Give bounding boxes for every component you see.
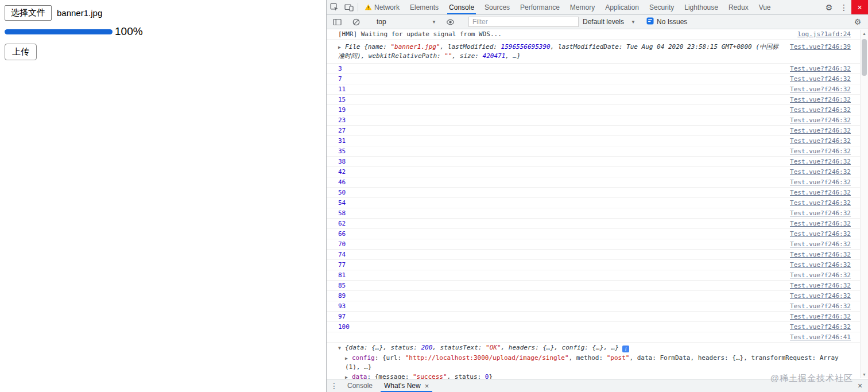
- console-message: 66: [338, 230, 851, 238]
- drawer-tab-what-s-new[interactable]: What's New×: [378, 379, 435, 392]
- expand-arrow-icon[interactable]: ▶: [345, 373, 352, 379]
- console-message: 70: [338, 240, 851, 249]
- tab-performance[interactable]: Performance: [515, 0, 565, 14]
- console-message: 100: [338, 323, 851, 331]
- console-source-link[interactable]: Test.vue?f246:32: [790, 126, 851, 135]
- console-source-link[interactable]: Test.vue?f246:32: [790, 230, 851, 238]
- tab-vue[interactable]: Vue: [754, 0, 776, 14]
- drawer-menu-icon[interactable]: ⋮: [327, 379, 342, 392]
- console-row-progress: Test.vue?f246:3277: [327, 260, 868, 270]
- inspect-element-icon[interactable]: [327, 0, 342, 14]
- scroll-down-icon[interactable]: ▼: [861, 371, 868, 378]
- console-text: 420471: [483, 52, 506, 60]
- console-message: 74: [338, 250, 851, 259]
- tab-network[interactable]: Network: [359, 0, 405, 14]
- console-source-link[interactable]: Test.vue?f246:32: [790, 106, 851, 114]
- more-options-icon[interactable]: ⋮: [836, 0, 851, 14]
- console-source-link[interactable]: Test.vue?f246:32: [790, 323, 851, 331]
- console-source-link[interactable]: Test.vue?f246:32: [790, 116, 851, 125]
- filter-input[interactable]: [468, 17, 579, 27]
- console-row-progress: Test.vue?f246:3258: [327, 208, 868, 219]
- console-source-link[interactable]: Test.vue?f246:32: [790, 75, 851, 83]
- expand-arrow-icon[interactable]: ▶: [345, 354, 352, 363]
- clear-console-icon[interactable]: [348, 18, 363, 26]
- console-source-link[interactable]: Test.vue?f246:32: [790, 292, 851, 300]
- console-message: 93: [338, 302, 851, 311]
- console-row-progress: Test.vue?f246:3227: [327, 126, 868, 136]
- console-source-link[interactable]: Test.vue?f246:32: [790, 178, 851, 187]
- console-text: 23: [338, 117, 346, 124]
- close-tab-icon[interactable]: ×: [425, 382, 429, 390]
- console-text: : {url:: [375, 354, 405, 362]
- console-text: 31: [338, 137, 346, 145]
- console-settings-gear-icon[interactable]: ⚙: [850, 17, 865, 26]
- console-text: 54: [338, 199, 346, 207]
- console-source-link[interactable]: Test.vue?f246:32: [790, 95, 851, 104]
- console-message: 85: [338, 281, 851, 290]
- tab-lighthouse[interactable]: Lighthouse: [679, 0, 723, 14]
- console-source-link[interactable]: Test.vue?f246:32: [790, 85, 851, 94]
- console-source-link[interactable]: Test.vue?f246:32: [790, 250, 851, 259]
- console-source-link[interactable]: Test.vue?f246:39: [790, 42, 851, 51]
- console-source-link[interactable]: Test.vue?f246:32: [790, 199, 851, 207]
- console-source-link[interactable]: Test.vue?f246:32: [790, 261, 851, 269]
- live-expression-eye-icon[interactable]: [443, 18, 458, 26]
- tab-elements[interactable]: Elements: [405, 0, 444, 14]
- warning-icon: [365, 4, 372, 10]
- console-text: , headers:: [501, 344, 543, 351]
- log-levels-select[interactable]: Default levels ▼: [583, 18, 636, 26]
- console-text: 38: [338, 158, 346, 165]
- scrollbar-thumb[interactable]: [862, 39, 867, 76]
- console-message: 62: [338, 219, 851, 228]
- device-toolbar-icon[interactable]: [342, 0, 356, 14]
- choose-file-button[interactable]: 选择文件: [5, 5, 52, 21]
- tab-security[interactable]: Security: [644, 0, 679, 14]
- javascript-context-select[interactable]: top ▼: [374, 18, 439, 26]
- tab-sources[interactable]: Sources: [479, 0, 515, 14]
- console-source-link[interactable]: Test.vue?f246:32: [790, 219, 851, 228]
- console-text: , webkitRelativePath:: [361, 52, 445, 60]
- console-source-link[interactable]: Test.vue?f246:32: [790, 281, 851, 290]
- console-row-progress: Test.vue?f246:3238: [327, 157, 868, 167]
- info-icon[interactable]: i: [622, 346, 629, 352]
- console-source-link[interactable]: Test.vue?f246:32: [790, 168, 851, 176]
- console-message: ▶File {name: "banner1.jpg", lastModified…: [338, 42, 851, 60]
- console-source-link[interactable]: log.js?1afd:24: [797, 30, 851, 38]
- scroll-up-icon[interactable]: ▲: [861, 30, 868, 37]
- divider: [358, 3, 358, 11]
- expand-arrow-icon[interactable]: ▶: [338, 43, 345, 52]
- issues-counter[interactable]: No Issues: [646, 17, 687, 26]
- console-text: 7: [338, 75, 342, 83]
- close-window-button[interactable]: ×: [851, 0, 868, 14]
- upload-button[interactable]: 上传: [5, 44, 37, 60]
- console-source-link[interactable]: Test.vue?f246:32: [790, 312, 851, 321]
- settings-gear-icon[interactable]: ⚙: [822, 0, 836, 14]
- console-sidebar-icon[interactable]: [330, 18, 344, 26]
- console-source-link[interactable]: Test.vue?f246:32: [790, 188, 851, 197]
- console-source-link[interactable]: Test.vue?f246:32: [790, 302, 851, 311]
- console-source-link[interactable]: Test.vue?f246:32: [790, 137, 851, 145]
- close-drawer-icon[interactable]: ×: [852, 379, 868, 392]
- console-source-link[interactable]: Test.vue?f246:32: [790, 157, 851, 166]
- console-source-link[interactable]: Test.vue?f246:32: [790, 209, 851, 218]
- expand-arrow-icon[interactable]: ▼: [338, 344, 345, 352]
- console-message: ▶data: {message: "success", status: 0}: [345, 372, 851, 379]
- tab-redux[interactable]: Redux: [723, 0, 754, 14]
- console-message: 38: [338, 157, 851, 166]
- console-source-link[interactable]: Test.vue?f246:32: [790, 240, 851, 249]
- console-text: , …}: [505, 52, 521, 60]
- tab-memory[interactable]: Memory: [565, 0, 600, 14]
- console-text: "http://localhost:3000/upload/image/sing…: [405, 354, 569, 362]
- tab-console[interactable]: Console: [444, 0, 479, 14]
- panel-tabs: NetworkElementsConsoleSourcesPerformance…: [359, 0, 822, 14]
- scrollbar[interactable]: ▲ ▼: [860, 30, 868, 378]
- console-source-link[interactable]: Test.vue?f246:32: [790, 147, 851, 156]
- console-message: 89: [338, 292, 851, 300]
- console-text: "success": [413, 373, 447, 379]
- tab-application[interactable]: Application: [600, 0, 644, 14]
- console-source-link[interactable]: Test.vue?f246:41: [790, 333, 851, 341]
- console-source-link[interactable]: Test.vue?f246:32: [790, 271, 851, 280]
- console-row-progress: Test.vue?f246:3219: [327, 105, 868, 115]
- drawer-tab-console[interactable]: Console: [342, 379, 378, 392]
- console-source-link[interactable]: Test.vue?f246:32: [790, 64, 851, 73]
